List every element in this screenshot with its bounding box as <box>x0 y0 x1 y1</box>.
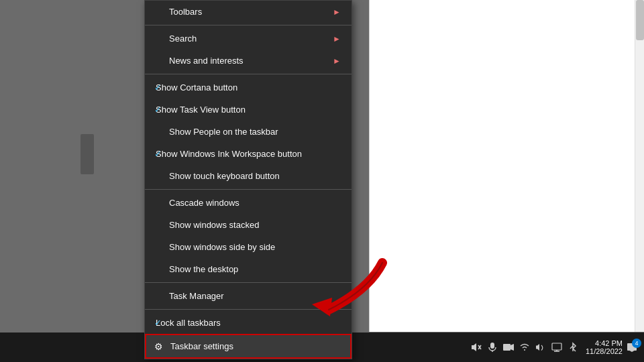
camera-icon[interactable] <box>502 341 515 353</box>
svg-rect-8 <box>552 343 561 350</box>
clock-date: 11/28/2022 <box>586 347 623 355</box>
menu-item-show-stacked[interactable]: Show windows stacked <box>145 214 352 236</box>
submenu-arrow-icon: ► <box>333 34 341 44</box>
menu-item-show-side-by-side[interactable]: Show windows side by side <box>145 236 352 258</box>
menu-item-cascade-windows[interactable]: Cascade windows <box>145 192 352 214</box>
microphone-icon[interactable] <box>486 341 498 353</box>
notification-badge: 4 <box>632 339 641 348</box>
scrollbar-thumb[interactable] <box>636 0 644 40</box>
bluetooth-icon[interactable] <box>567 341 579 353</box>
taskbar-clock[interactable]: 4:42 PM 11/28/2022 <box>586 339 623 355</box>
wifi-icon[interactable] <box>519 341 531 353</box>
menu-item-search[interactable]: Search ► <box>145 27 352 50</box>
menu-item-show-ink[interactable]: ✓ Show Windows Ink Workspace button <box>145 143 352 165</box>
arrow-svg <box>288 256 396 323</box>
clock-time: 4:42 PM <box>595 339 623 347</box>
network-icon[interactable] <box>551 341 563 353</box>
svg-rect-6 <box>503 344 511 351</box>
svg-marker-7 <box>511 344 514 351</box>
arrow-annotation <box>288 256 396 325</box>
separator <box>145 189 352 190</box>
submenu-arrow-icon: ► <box>333 7 341 17</box>
submenu-arrow-icon: ► <box>333 56 341 66</box>
separator <box>145 25 352 25</box>
left-element <box>80 134 94 174</box>
menu-item-news-interests[interactable]: News and interests ► <box>145 50 352 72</box>
check-icon: ✓ <box>154 82 162 93</box>
menu-item-taskbar-settings[interactable]: ⚙ Taskbar settings <box>145 334 352 359</box>
menu-item-toolbars[interactable]: Toolbars ► <box>145 1 352 23</box>
check-icon: ✓ <box>154 149 162 159</box>
check-icon: ✓ <box>154 318 162 328</box>
gear-icon: ⚙ <box>154 341 163 352</box>
scrollbar[interactable] <box>635 0 644 332</box>
menu-item-show-task-view[interactable]: ✓ Show Task View button <box>145 99 352 121</box>
svg-rect-4 <box>490 343 494 349</box>
menu-item-show-cortana[interactable]: ✓ Show Cortana button <box>145 76 352 99</box>
taskbar-right: 4:42 PM 11/28/2022 4 <box>470 339 639 355</box>
notification-icon[interactable]: 4 <box>627 341 639 353</box>
volume-icon[interactable] <box>535 341 547 353</box>
svg-marker-1 <box>312 298 332 316</box>
menu-item-show-people[interactable]: Show People on the taskbar <box>145 121 352 143</box>
right-panel <box>369 0 644 332</box>
separator <box>145 74 352 74</box>
menu-item-show-touch-keyboard[interactable]: Show touch keyboard button <box>145 165 352 187</box>
volume-muted-icon[interactable] <box>470 341 482 353</box>
check-icon: ✓ <box>154 105 162 115</box>
